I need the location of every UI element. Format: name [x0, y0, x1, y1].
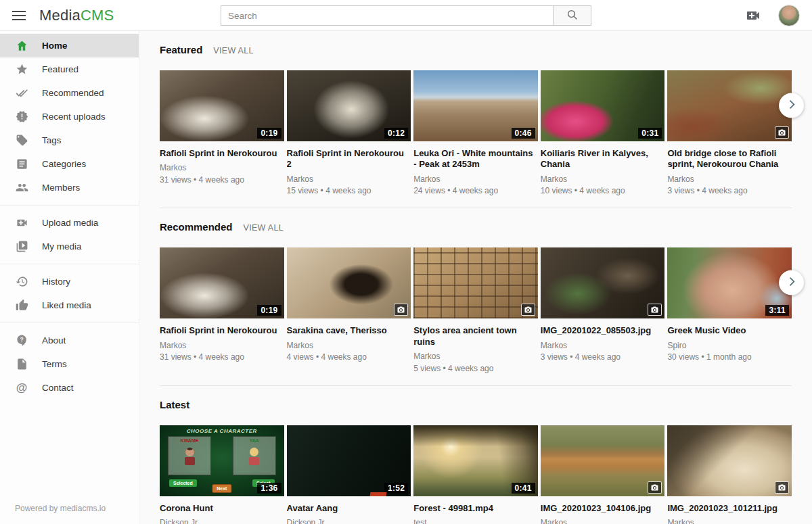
media-author[interactable]: test	[413, 517, 538, 524]
powered-by-text: Powered by mediacms.io	[0, 494, 139, 524]
media-title[interactable]: Old bridge close to Rafioli sprint, Nero…	[667, 148, 792, 170]
sidebar-item-about[interactable]: ?About	[0, 329, 139, 352]
media-title[interactable]: Avatar Aang	[287, 503, 411, 514]
sidebar-item-recent-uploads[interactable]: Recent uploads	[0, 105, 139, 128]
photo-icon	[775, 481, 789, 494]
section-header: FeaturedVIEW ALL	[160, 44, 792, 55]
sidebar-item-label: Recommended	[42, 88, 104, 98]
search-bar	[221, 5, 591, 26]
sidebar-item-label: My media	[42, 241, 82, 252]
media-thumbnail[interactable]: 0:12	[287, 70, 411, 141]
duration-badge: 0:12	[384, 128, 408, 139]
logo[interactable]: MediaCMS	[39, 7, 114, 24]
media-thumbnail[interactable]: 0:41	[413, 425, 538, 496]
media-author[interactable]: Markos	[667, 174, 792, 185]
media-meta: 3 views • 4 weeks ago	[541, 351, 665, 363]
media-thumbnail[interactable]: 1:52	[287, 425, 411, 496]
sidebar-item-terms[interactable]: Terms	[0, 352, 139, 376]
media-title[interactable]: Sarakina cave, Therisso	[287, 325, 411, 336]
media-author[interactable]: Markos	[413, 351, 538, 362]
media-author[interactable]: Dickson Jr.	[287, 517, 411, 524]
media-author[interactable]: Dickson Jr.	[160, 517, 284, 524]
media-title[interactable]: Greek Music Video	[667, 325, 792, 336]
home-icon	[15, 39, 28, 53]
media-thumbnail[interactable]	[667, 70, 792, 141]
media-card[interactable]: 0:41Forest - 49981.mp4test17 views • 3 w…	[413, 425, 538, 524]
media-title[interactable]: Rafioli Sprint in Nerokourou 2	[287, 148, 411, 170]
media-thumbnail[interactable]: 0:19	[160, 70, 284, 141]
media-card[interactable]: 1:52Avatar AangDickson Jr.12 views • 1 w…	[287, 425, 411, 524]
media-thumbnail[interactable]	[667, 425, 792, 496]
media-card[interactable]: IMG_20201022_085503.jpgMarkos3 views • 4…	[541, 247, 665, 374]
media-thumbnail[interactable]: 3:11	[667, 247, 792, 318]
search-input[interactable]	[221, 5, 554, 26]
sidebar-item-categories[interactable]: Categories	[0, 152, 139, 176]
view-all-link[interactable]: VIEW ALL	[244, 223, 284, 233]
media-thumbnail[interactable]: CHOOSE A CHARACTERKWAMEYAASelectedNextSe…	[160, 425, 284, 496]
media-card[interactable]: IMG_20201023_104106.jpgMarkos4 views • 4…	[541, 425, 665, 524]
sidebar-item-members[interactable]: Members	[0, 176, 139, 199]
next-page-button[interactable]	[779, 270, 804, 295]
user-avatar[interactable]	[778, 5, 800, 26]
media-author[interactable]: Markos	[160, 162, 284, 174]
media-thumbnail[interactable]: 0:31	[541, 70, 665, 141]
media-thumbnail[interactable]	[541, 425, 665, 496]
media-title[interactable]: Leuka Ori - White mountains - Peak at 24…	[413, 148, 538, 170]
sidebar-item-liked-media[interactable]: Liked media	[0, 293, 139, 317]
media-thumbnail[interactable]	[541, 247, 665, 318]
search-button[interactable]	[554, 5, 591, 26]
media-title[interactable]: Forest - 49981.mp4	[413, 503, 538, 514]
media-title[interactable]: IMG_20201023_101211.jpg	[667, 503, 792, 514]
media-author[interactable]: Markos	[667, 517, 792, 524]
sidebar-item-history[interactable]: History	[0, 270, 139, 293]
media-title[interactable]: Koiliaris River in Kalyves, Chania	[541, 148, 665, 170]
sidebar-item-upload-media[interactable]: Upload media	[0, 211, 139, 235]
media-author[interactable]: Markos	[541, 174, 665, 185]
media-thumbnail[interactable]	[413, 247, 538, 318]
sidebar-group: HistoryLiked media	[0, 264, 139, 318]
media-author[interactable]: Markos	[160, 340, 284, 352]
upload-video-icon[interactable]	[744, 7, 762, 24]
sidebar-item-recommended[interactable]: Recommended	[0, 81, 139, 105]
media-title[interactable]: Corona Hunt	[160, 503, 284, 514]
media-author[interactable]: Spiro	[667, 340, 792, 352]
media-thumbnail[interactable]: 0:46	[413, 70, 538, 141]
media-author[interactable]: Markos	[541, 340, 665, 352]
sidebar-item-contact[interactable]: @Contact	[0, 376, 139, 400]
sidebar-item-tags[interactable]: Tags	[0, 128, 139, 152]
sidebar-item-featured[interactable]: Featured	[0, 57, 139, 81]
sidebar-item-home[interactable]: Home	[0, 34, 139, 57]
section-recommended: RecommendedVIEW ALL0:19Rafioli Sprint in…	[160, 208, 792, 385]
media-card[interactable]: Sarakina cave, TherissoMarkos4 views • 4…	[287, 247, 411, 374]
next-page-button[interactable]	[779, 93, 804, 118]
media-thumbnail[interactable]: 0:19	[160, 247, 284, 318]
media-title[interactable]: Rafioli Sprint in Nerokourou	[160, 148, 284, 159]
media-thumbnail[interactable]	[287, 247, 411, 318]
photo-icon	[648, 304, 662, 316]
sidebar-item-label: Terms	[42, 359, 67, 369]
media-author[interactable]: Markos	[413, 174, 538, 185]
media-author[interactable]: Markos	[287, 340, 411, 352]
menu-icon[interactable]	[12, 11, 26, 20]
view-all-link[interactable]: VIEW ALL	[213, 46, 253, 55]
media-card[interactable]: 3:11Greek Music VideoSpiro30 views • 1 m…	[667, 247, 792, 374]
media-title[interactable]: Stylos area ancient town ruins	[413, 325, 538, 348]
top-bar: MediaCMS	[0, 0, 812, 31]
sidebar: HomeFeaturedRecommendedRecent uploadsTag…	[0, 31, 139, 524]
logo-media: Media	[39, 7, 81, 24]
media-title[interactable]: IMG_20201023_104106.jpg	[541, 503, 665, 514]
media-card[interactable]: IMG_20201023_101211.jpgMarkos4 views • 4…	[667, 425, 792, 524]
media-card[interactable]: 0:31Koiliaris River in Kalyves, ChaniaMa…	[541, 70, 665, 197]
media-author[interactable]: Markos	[541, 517, 665, 524]
media-card[interactable]: Stylos area ancient town ruinsMarkos5 vi…	[413, 247, 538, 374]
media-card[interactable]: 0:19Rafioli Sprint in NerokourouMarkos31…	[160, 247, 284, 374]
media-author[interactable]: Markos	[287, 174, 411, 185]
media-card[interactable]: 0:12Rafioli Sprint in Nerokourou 2Markos…	[287, 70, 411, 197]
media-card[interactable]: Old bridge close to Rafioli sprint, Nero…	[667, 70, 792, 197]
media-card[interactable]: 0:19Rafioli Sprint in NerokourouMarkos31…	[160, 70, 284, 197]
media-card[interactable]: CHOOSE A CHARACTERKWAMEYAASelectedNextSe…	[160, 425, 284, 524]
media-title[interactable]: Rafioli Sprint in Nerokourou	[160, 325, 284, 336]
media-title[interactable]: IMG_20201022_085503.jpg	[541, 325, 665, 336]
sidebar-item-my-media[interactable]: My media	[0, 235, 139, 258]
media-card[interactable]: 0:46Leuka Ori - White mountains - Peak a…	[413, 70, 538, 197]
